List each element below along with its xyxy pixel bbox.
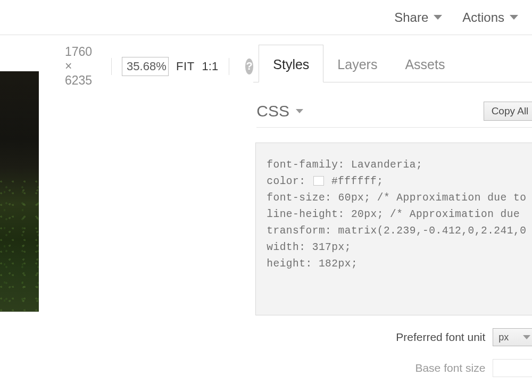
divider bbox=[111, 58, 112, 75]
base-size-input[interactable] bbox=[493, 359, 532, 377]
canvas-image[interactable] bbox=[0, 71, 39, 312]
code-line: transform: matrix(2.239,-0.412,0,2.241,0 bbox=[267, 225, 526, 237]
copy-all-button[interactable]: Copy All bbox=[484, 102, 532, 121]
canvas-panel: 1760 × 6235 35.68% FIT 1:1 ? bbox=[0, 35, 253, 392]
base-size-label: Base font size bbox=[415, 362, 485, 374]
one-to-one-button[interactable]: 1:1 bbox=[202, 60, 219, 73]
base-size-row: Base font size bbox=[253, 359, 532, 377]
css-header-row: CSS Copy All bbox=[256, 82, 532, 128]
chevron-down-icon bbox=[510, 15, 518, 20]
pref-unit-value: px bbox=[498, 332, 509, 343]
pref-unit-row: Preferred font unit px bbox=[253, 328, 532, 346]
inspector-tabs: Styles Layers Assets bbox=[253, 45, 532, 82]
grass-texture bbox=[0, 179, 39, 312]
color-swatch-icon[interactable] bbox=[313, 176, 324, 186]
inspector-panel: Styles Layers Assets CSS Copy All font-f… bbox=[253, 35, 532, 392]
code-line: color: #ffffff; bbox=[267, 176, 383, 187]
canvas-dimensions: 1760 × 6235 bbox=[65, 45, 101, 88]
actions-label: Actions bbox=[462, 10, 504, 25]
chevron-down-icon bbox=[434, 15, 442, 20]
share-menu[interactable]: Share bbox=[394, 10, 442, 25]
chevron-down-icon bbox=[523, 335, 530, 339]
css-dropdown[interactable]: CSS bbox=[256, 102, 303, 120]
divider bbox=[229, 58, 229, 75]
zoom-input[interactable]: 35.68% bbox=[122, 57, 169, 76]
css-label-text: CSS bbox=[256, 102, 289, 120]
code-line: height: 182px; bbox=[267, 258, 358, 270]
top-toolbar: Share Actions bbox=[0, 0, 532, 35]
help-icon[interactable]: ? bbox=[245, 59, 254, 74]
code-line: font-size: 60px; /* Approximation due to bbox=[267, 192, 526, 204]
code-line: line-height: 20px; /* Approximation due bbox=[267, 208, 526, 220]
code-line: font-family: Lavanderia; bbox=[267, 159, 422, 171]
share-label: Share bbox=[394, 10, 428, 25]
pref-unit-select[interactable]: px bbox=[493, 328, 532, 346]
actions-menu[interactable]: Actions bbox=[462, 10, 518, 25]
chevron-down-icon bbox=[296, 109, 303, 113]
css-code-output[interactable]: font-family: Lavanderia; color: #ffffff;… bbox=[255, 143, 532, 315]
pref-unit-label: Preferred font unit bbox=[396, 331, 485, 344]
main-area: 1760 × 6235 35.68% FIT 1:1 ? Styles Laye… bbox=[0, 35, 532, 392]
tab-layers[interactable]: Layers bbox=[323, 45, 391, 82]
fit-button[interactable]: FIT bbox=[176, 60, 195, 73]
tab-styles[interactable]: Styles bbox=[259, 45, 323, 82]
tab-assets[interactable]: Assets bbox=[391, 45, 459, 82]
code-line: width: 317px; bbox=[267, 241, 351, 253]
